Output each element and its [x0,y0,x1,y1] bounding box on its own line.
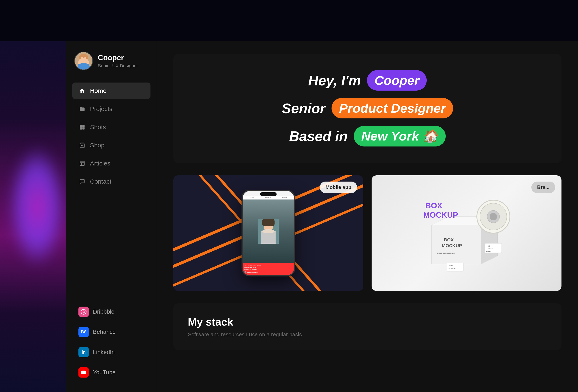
svg-text:BOX: BOX [444,237,454,242]
nav-item-contact[interactable]: Contact [72,173,150,190]
nav-item-projects[interactable]: Projects [72,101,150,117]
contact-icon [78,178,86,185]
phone-nav: WORLD ECONOMY POLITICS [243,196,294,200]
profile-title: Senior UX Designer [98,63,138,69]
home-icon [78,87,86,94]
svg-text:MOCKUP: MOCKUP [442,243,462,248]
profile-name: Cooper [98,53,138,62]
svg-text:MOCKUP: MOCKUP [487,248,494,250]
main-content: Hey, I'm Cooper Senior Product Designer … [157,41,578,392]
nav-label-home: Home [90,87,106,94]
background-pink-blob [8,144,66,268]
svg-text:BOX: BOX [487,245,491,247]
nav-label-shop: Shop [90,142,104,149]
hero-row-2: Senior Product Designer [282,98,453,118]
nav-menu: Home Projects Shots Shop Articles [72,83,150,294]
social-item-behance[interactable]: Bē Behance [72,323,150,341]
youtube-icon [78,367,89,378]
hero-section: Hey, I'm Cooper Senior Product Designer … [173,54,562,163]
svg-text:BOX: BOX [425,201,442,210]
svg-point-38 [490,213,497,220]
behance-icon: Bē [78,327,89,337]
social-label-behance: Behance [93,329,116,335]
nav-label-shots: Shots [90,124,106,131]
phone-person-svg [258,219,279,244]
hero-location-prefix: Based in [289,128,348,144]
box-mockup-svg: BOX MOCKUP ■■■■ ■■■■■■■ ■■ BOX MOCKUP BO… [415,192,518,274]
nav-item-shop[interactable]: Shop [72,137,150,154]
svg-text:MOCKUP: MOCKUP [423,211,458,219]
social-item-linkedin[interactable]: in LinkedIn [72,343,150,361]
phone-screen: Mika News WORLD ECONOMY POLITICS [243,191,294,275]
svg-rect-45 [447,263,463,271]
avatar-svg [75,52,92,70]
phone-mockup: Mika News WORLD ECONOMY POLITICS [241,190,295,276]
svg-text:■■■■■■: ■■■■■■ [486,251,491,252]
svg-rect-8 [80,125,82,127]
nav-label-projects: Projects [90,105,112,112]
nav-item-shots[interactable]: Shots [72,119,150,135]
sidebar: Cooper Senior UX Designer Home Projects … [66,41,157,392]
social-label-linkedin: LinkedIn [93,349,115,355]
phone-notch [260,192,277,196]
shots-icon [78,123,86,131]
nav-label-contact: Contact [90,178,111,185]
svg-rect-10 [80,127,82,130]
dribbble-icon [78,306,89,317]
phone-footer: ART & CULTURE • APRIL 22, 2024 NEW YORK … [243,263,294,275]
project-card-mobile[interactable]: Mika News WORLD ECONOMY POLITICS [173,175,363,291]
card-badge-box: Bra... [531,181,555,193]
profile-info: Cooper Senior UX Designer [98,53,138,68]
svg-text:MOCKUP: MOCKUP [449,267,456,269]
nav-item-home[interactable]: Home [72,83,150,99]
svg-rect-9 [82,125,85,127]
svg-point-27 [264,226,266,229]
stack-section: My stack Software and resources I use on… [173,303,562,350]
phone-headline: NEW YORK 2024,MINA KHADJIEVA [244,267,292,270]
social-section: Dribbble Bē Behance in LinkedIn YouTube [72,303,150,382]
social-item-youtube[interactable]: YouTube [72,363,150,382]
social-label-dribbble: Dribbble [93,308,114,315]
cards-grid: Mika News WORLD ECONOMY POLITICS [173,175,562,291]
svg-point-28 [270,226,273,229]
hero-row-3: Based in New York 🏠 [289,126,446,146]
hero-name-badge: Cooper [367,70,427,90]
project-card-box[interactable]: BOX MOCKUP ■■■■ ■■■■■■■ ■■ BOX MOCKUP BO… [372,175,562,291]
phone-lady-image [243,200,294,263]
avatar-face [75,52,92,70]
svg-rect-11 [82,127,85,130]
stack-title: My stack [188,316,547,328]
svg-point-16 [81,309,86,314]
hero-location-badge: New York 🏠 [354,126,446,146]
folder-icon [78,105,86,113]
svg-text:■■■■ ■■■■■■■ ■■: ■■■■ ■■■■■■■ ■■ [437,252,455,254]
shop-icon [78,141,86,149]
social-label-youtube: YouTube [93,369,116,376]
profile-section: Cooper Senior UX Designer [72,52,150,70]
avatar [74,52,93,70]
svg-rect-13 [80,161,84,166]
nav-label-articles: Articles [90,160,110,167]
nav-item-articles[interactable]: Articles [72,155,150,172]
svg-rect-26 [262,219,275,226]
hero-role-badge: Product Designer [332,98,453,118]
articles-icon [78,160,86,167]
phone-image-area [243,200,294,263]
social-item-dribbble[interactable]: Dribbble [72,303,150,321]
svg-text:BOX: BOX [449,265,453,266]
stack-subtitle: Software and resources I use on a regula… [188,331,547,338]
card-badge-mobile: Mobile app [320,181,357,193]
hero-role-prefix: Senior [282,100,326,116]
top-bar [0,0,578,41]
svg-point-25 [262,229,275,233]
box-card-background: BOX MOCKUP ■■■■ ■■■■■■■ ■■ BOX MOCKUP BO… [372,175,562,291]
hero-greeting: Hey, I'm [308,72,361,88]
linkedin-icon: in [78,347,89,357]
hero-row-1: Hey, I'm Cooper [308,70,427,90]
